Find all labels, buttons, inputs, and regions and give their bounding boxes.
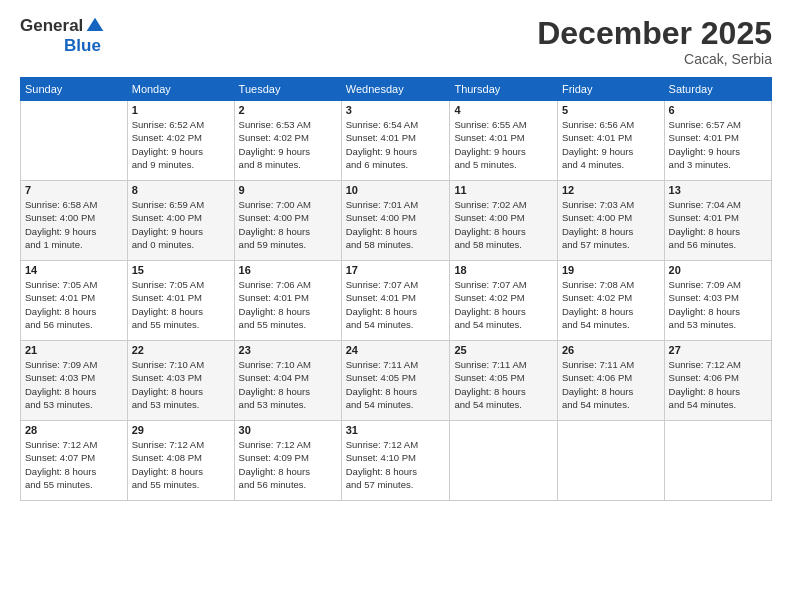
calendar-cell: 4Sunrise: 6:55 AM Sunset: 4:01 PM Daylig… — [450, 101, 558, 181]
calendar-cell — [450, 421, 558, 501]
calendar-cell — [664, 421, 771, 501]
day-info: Sunrise: 7:12 AM Sunset: 4:06 PM Dayligh… — [669, 358, 767, 411]
calendar-cell: 15Sunrise: 7:05 AM Sunset: 4:01 PM Dayli… — [127, 261, 234, 341]
day-number: 31 — [346, 424, 446, 436]
calendar-cell: 17Sunrise: 7:07 AM Sunset: 4:01 PM Dayli… — [341, 261, 450, 341]
calendar-cell: 19Sunrise: 7:08 AM Sunset: 4:02 PM Dayli… — [557, 261, 664, 341]
day-number: 18 — [454, 264, 553, 276]
calendar-cell: 26Sunrise: 7:11 AM Sunset: 4:06 PM Dayli… — [557, 341, 664, 421]
day-number: 28 — [25, 424, 123, 436]
calendar-week-2: 7Sunrise: 6:58 AM Sunset: 4:00 PM Daylig… — [21, 181, 772, 261]
day-info: Sunrise: 7:03 AM Sunset: 4:00 PM Dayligh… — [562, 198, 660, 251]
calendar-cell: 23Sunrise: 7:10 AM Sunset: 4:04 PM Dayli… — [234, 341, 341, 421]
calendar-cell — [557, 421, 664, 501]
day-info: Sunrise: 6:59 AM Sunset: 4:00 PM Dayligh… — [132, 198, 230, 251]
calendar-cell: 13Sunrise: 7:04 AM Sunset: 4:01 PM Dayli… — [664, 181, 771, 261]
logo-blue: Blue — [64, 36, 101, 56]
calendar-header-row: SundayMondayTuesdayWednesdayThursdayFrid… — [21, 78, 772, 101]
logo-general: General — [20, 16, 83, 36]
day-info: Sunrise: 6:54 AM Sunset: 4:01 PM Dayligh… — [346, 118, 446, 171]
day-info: Sunrise: 7:07 AM Sunset: 4:02 PM Dayligh… — [454, 278, 553, 331]
calendar-header-monday: Monday — [127, 78, 234, 101]
day-number: 26 — [562, 344, 660, 356]
day-number: 4 — [454, 104, 553, 116]
day-number: 22 — [132, 344, 230, 356]
calendar-cell: 31Sunrise: 7:12 AM Sunset: 4:10 PM Dayli… — [341, 421, 450, 501]
calendar-week-1: 1Sunrise: 6:52 AM Sunset: 4:02 PM Daylig… — [21, 101, 772, 181]
logo: General Blue — [20, 16, 105, 56]
day-info: Sunrise: 6:56 AM Sunset: 4:01 PM Dayligh… — [562, 118, 660, 171]
calendar-week-3: 14Sunrise: 7:05 AM Sunset: 4:01 PM Dayli… — [21, 261, 772, 341]
calendar-header-saturday: Saturday — [664, 78, 771, 101]
day-info: Sunrise: 6:55 AM Sunset: 4:01 PM Dayligh… — [454, 118, 553, 171]
day-info: Sunrise: 7:12 AM Sunset: 4:09 PM Dayligh… — [239, 438, 337, 491]
day-info: Sunrise: 6:52 AM Sunset: 4:02 PM Dayligh… — [132, 118, 230, 171]
calendar-cell: 30Sunrise: 7:12 AM Sunset: 4:09 PM Dayli… — [234, 421, 341, 501]
day-info: Sunrise: 7:09 AM Sunset: 4:03 PM Dayligh… — [25, 358, 123, 411]
day-number: 19 — [562, 264, 660, 276]
day-info: Sunrise: 6:58 AM Sunset: 4:00 PM Dayligh… — [25, 198, 123, 251]
day-info: Sunrise: 7:11 AM Sunset: 4:05 PM Dayligh… — [346, 358, 446, 411]
calendar-header-wednesday: Wednesday — [341, 78, 450, 101]
location: Cacak, Serbia — [537, 51, 772, 67]
calendar-week-5: 28Sunrise: 7:12 AM Sunset: 4:07 PM Dayli… — [21, 421, 772, 501]
day-info: Sunrise: 7:12 AM Sunset: 4:10 PM Dayligh… — [346, 438, 446, 491]
calendar-cell: 7Sunrise: 6:58 AM Sunset: 4:00 PM Daylig… — [21, 181, 128, 261]
day-info: Sunrise: 7:05 AM Sunset: 4:01 PM Dayligh… — [25, 278, 123, 331]
calendar-cell: 25Sunrise: 7:11 AM Sunset: 4:05 PM Dayli… — [450, 341, 558, 421]
day-number: 27 — [669, 344, 767, 356]
calendar-cell: 2Sunrise: 6:53 AM Sunset: 4:02 PM Daylig… — [234, 101, 341, 181]
month-title: December 2025 — [537, 16, 772, 51]
calendar-cell: 14Sunrise: 7:05 AM Sunset: 4:01 PM Dayli… — [21, 261, 128, 341]
logo-text: General — [20, 16, 105, 36]
day-number: 8 — [132, 184, 230, 196]
calendar-cell: 18Sunrise: 7:07 AM Sunset: 4:02 PM Dayli… — [450, 261, 558, 341]
header: General Blue December 2025 Cacak, Serbia — [20, 16, 772, 67]
day-number: 5 — [562, 104, 660, 116]
calendar-cell: 12Sunrise: 7:03 AM Sunset: 4:00 PM Dayli… — [557, 181, 664, 261]
day-number: 9 — [239, 184, 337, 196]
calendar-cell: 1Sunrise: 6:52 AM Sunset: 4:02 PM Daylig… — [127, 101, 234, 181]
day-info: Sunrise: 7:10 AM Sunset: 4:03 PM Dayligh… — [132, 358, 230, 411]
day-number: 7 — [25, 184, 123, 196]
calendar-cell: 3Sunrise: 6:54 AM Sunset: 4:01 PM Daylig… — [341, 101, 450, 181]
day-info: Sunrise: 7:00 AM Sunset: 4:00 PM Dayligh… — [239, 198, 337, 251]
day-number: 20 — [669, 264, 767, 276]
calendar-cell: 22Sunrise: 7:10 AM Sunset: 4:03 PM Dayli… — [127, 341, 234, 421]
calendar-cell: 29Sunrise: 7:12 AM Sunset: 4:08 PM Dayli… — [127, 421, 234, 501]
logo-icon — [85, 16, 105, 36]
day-number: 13 — [669, 184, 767, 196]
day-info: Sunrise: 6:57 AM Sunset: 4:01 PM Dayligh… — [669, 118, 767, 171]
calendar-cell: 10Sunrise: 7:01 AM Sunset: 4:00 PM Dayli… — [341, 181, 450, 261]
calendar-header-tuesday: Tuesday — [234, 78, 341, 101]
svg-marker-0 — [87, 18, 104, 31]
title-block: December 2025 Cacak, Serbia — [537, 16, 772, 67]
day-number: 29 — [132, 424, 230, 436]
day-number: 1 — [132, 104, 230, 116]
day-number: 21 — [25, 344, 123, 356]
day-info: Sunrise: 7:08 AM Sunset: 4:02 PM Dayligh… — [562, 278, 660, 331]
calendar-cell: 6Sunrise: 6:57 AM Sunset: 4:01 PM Daylig… — [664, 101, 771, 181]
calendar-cell: 21Sunrise: 7:09 AM Sunset: 4:03 PM Dayli… — [21, 341, 128, 421]
calendar-week-4: 21Sunrise: 7:09 AM Sunset: 4:03 PM Dayli… — [21, 341, 772, 421]
day-number: 23 — [239, 344, 337, 356]
calendar-cell: 11Sunrise: 7:02 AM Sunset: 4:00 PM Dayli… — [450, 181, 558, 261]
day-info: Sunrise: 7:12 AM Sunset: 4:08 PM Dayligh… — [132, 438, 230, 491]
calendar-header-sunday: Sunday — [21, 78, 128, 101]
calendar: SundayMondayTuesdayWednesdayThursdayFrid… — [20, 77, 772, 501]
page: General Blue December 2025 Cacak, Serbia… — [0, 0, 792, 612]
calendar-header-friday: Friday — [557, 78, 664, 101]
day-info: Sunrise: 7:12 AM Sunset: 4:07 PM Dayligh… — [25, 438, 123, 491]
calendar-header-thursday: Thursday — [450, 78, 558, 101]
day-info: Sunrise: 7:01 AM Sunset: 4:00 PM Dayligh… — [346, 198, 446, 251]
day-info: Sunrise: 7:11 AM Sunset: 4:05 PM Dayligh… — [454, 358, 553, 411]
day-number: 2 — [239, 104, 337, 116]
day-info: Sunrise: 7:05 AM Sunset: 4:01 PM Dayligh… — [132, 278, 230, 331]
day-info: Sunrise: 7:10 AM Sunset: 4:04 PM Dayligh… — [239, 358, 337, 411]
calendar-cell: 9Sunrise: 7:00 AM Sunset: 4:00 PM Daylig… — [234, 181, 341, 261]
day-info: Sunrise: 7:07 AM Sunset: 4:01 PM Dayligh… — [346, 278, 446, 331]
day-number: 16 — [239, 264, 337, 276]
day-number: 3 — [346, 104, 446, 116]
day-number: 14 — [25, 264, 123, 276]
calendar-cell: 20Sunrise: 7:09 AM Sunset: 4:03 PM Dayli… — [664, 261, 771, 341]
